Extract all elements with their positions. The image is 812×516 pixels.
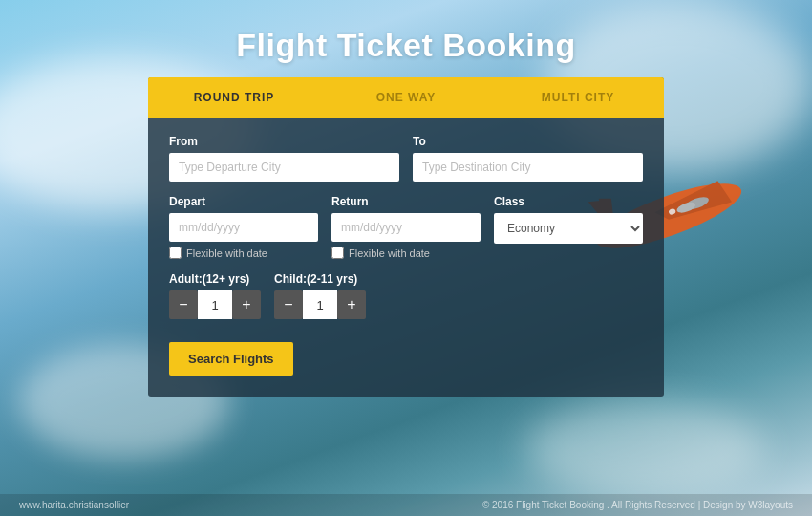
adult-group: Adult:(12+ yrs) − 1 + (169, 272, 261, 319)
child-label: Child:(2-11 yrs) (274, 272, 366, 286)
to-label: To (413, 135, 643, 148)
adult-counter: − 1 + (169, 290, 261, 319)
from-label: From (169, 135, 399, 148)
tabs-container: ROUND TRIP ONE WAY MULTI CITY (148, 77, 664, 118)
depart-group: Depart Flexible with date (169, 195, 318, 259)
child-counter: − 1 + (274, 290, 366, 319)
adult-label: Adult:(12+ yrs) (169, 272, 261, 286)
tab-one-way[interactable]: ONE WAY (320, 77, 492, 118)
booking-card: ROUND TRIP ONE WAY MULTI CITY From To De… (148, 77, 664, 397)
return-group: Return Flexible with date (331, 195, 481, 259)
tab-round-trip[interactable]: ROUND TRIP (148, 77, 320, 118)
page-title: Flight Ticket Booking (0, 0, 812, 77)
depart-label: Depart (169, 195, 318, 208)
child-group: Child:(2-11 yrs) − 1 + (274, 272, 366, 319)
child-increment-button[interactable]: + (337, 290, 366, 319)
from-group: From (169, 135, 399, 182)
return-flexible-row: Flexible with date (331, 247, 481, 259)
depart-input[interactable] (169, 213, 318, 242)
return-label: Return (331, 195, 481, 208)
return-input[interactable] (331, 213, 481, 242)
from-input[interactable] (169, 153, 399, 182)
adult-value: 1 (198, 290, 232, 319)
child-decrement-button[interactable]: − (274, 290, 303, 319)
to-group: To (413, 135, 643, 182)
search-flights-button[interactable]: Search Flights (169, 342, 293, 376)
return-flexible-checkbox[interactable] (331, 247, 344, 259)
footer-right-text: © 2016 Flight Ticket Booking . All Right… (482, 500, 793, 510)
child-value: 1 (303, 290, 337, 319)
class-group: Class Economy Business First Class (494, 195, 643, 259)
class-label: Class (494, 195, 643, 208)
depart-flexible-row: Flexible with date (169, 247, 318, 259)
class-select[interactable]: Economy Business First Class (494, 213, 643, 244)
depart-return-class-row: Depart Flexible with date Return Flexibl… (169, 195, 643, 259)
footer-left-text: www.harita.christiansollier (19, 500, 129, 510)
from-to-row: From To (169, 135, 643, 182)
passengers-row: Adult:(12+ yrs) − 1 + Child:(2-11 yrs) −… (169, 272, 643, 319)
depart-flexible-checkbox[interactable] (169, 247, 182, 259)
to-input[interactable] (413, 153, 643, 182)
adult-increment-button[interactable]: + (232, 290, 261, 319)
depart-flexible-label: Flexible with date (186, 247, 267, 259)
tab-multi-city[interactable]: MULTI CITY (492, 77, 664, 118)
adult-decrement-button[interactable]: − (169, 290, 198, 319)
footer: www.harita.christiansollier © 2016 Fligh… (0, 494, 812, 516)
form-body: From To Depart Flexible with date Return (148, 118, 664, 397)
return-flexible-label: Flexible with date (349, 247, 430, 259)
